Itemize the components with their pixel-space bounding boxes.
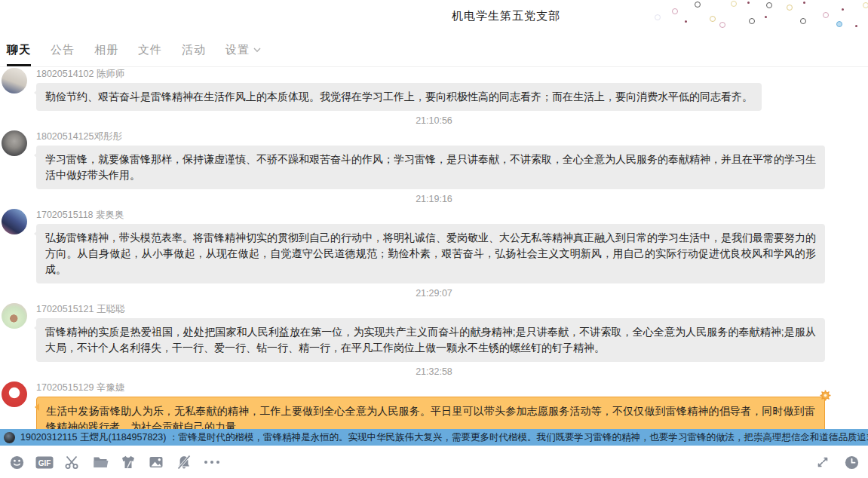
tab-announcement[interactable]: 公告	[51, 34, 75, 66]
tab-album-label: 相册	[94, 43, 118, 57]
sender-name: 17020515118 裴奥奥	[36, 208, 837, 221]
tab-settings[interactable]: 设置	[225, 34, 261, 66]
chat-message: 17020515118 裴奥奥 弘扬雷锋精神，带头模范表率。将雷锋精神切实的贯彻…	[0, 208, 868, 283]
window-header: 机电学生第五党支部	[0, 0, 868, 34]
message-bubble: 雷锋精神的实质是热爱祖国，处处把国家和人民利益放在第一位，为实现共产主义而奋斗的…	[36, 318, 825, 362]
avatar[interactable]	[2, 303, 27, 329]
message-text: 雷锋精神的实质是热爱祖国，处处把国家和人民利益放在第一位，为实现共产主义而奋斗的…	[45, 326, 816, 354]
message-text: 学习雷锋，就要像雷锋那样，保持谦虚谨慎、不骄不躁和艰苦奋斗的作风；学习雷锋，是只…	[45, 153, 816, 181]
gear-badge-icon	[820, 390, 831, 401]
tab-activities-label: 活动	[182, 43, 206, 57]
message-bubble: 弘扬雷锋精神，带头模范表率。将雷锋精神切实的贯彻到自己的行动中，将明礼诚信、爱岗…	[36, 224, 825, 283]
group-title: 机电学生第五党支部	[452, 9, 560, 23]
confetti-decoration	[642, 0, 868, 34]
chat-message: 18020514125邓彤彤 学习雷锋，就要像雷锋那样，保持谦虚谨慎、不骄不躁和…	[0, 130, 868, 189]
chat-message-highlighted: 17020515129 辛豫婕 生活中发扬雷锋助人为乐，无私奉献的精神，工作上要…	[0, 381, 868, 430]
message-history-clock-icon[interactable]	[842, 453, 860, 471]
pinned-message-bar[interactable]: 19020312115 王熠凡(1184957823) ：雷锋是时代的楷模，雷锋…	[0, 429, 868, 446]
avatar[interactable]	[2, 130, 27, 156]
mute-notifications-bell-icon[interactable]	[175, 453, 193, 471]
expand-window-icon[interactable]	[814, 453, 832, 471]
message-text: 弘扬雷锋精神，带头模范表率。将雷锋精神切实的贯彻到自己的行动中，将明礼诚信、爱岗…	[45, 231, 816, 275]
file-folder-icon[interactable]	[91, 453, 109, 471]
sender-name: 17020515129 辛豫婕	[36, 381, 837, 394]
tab-activities[interactable]: 活动	[182, 34, 206, 66]
gif-icon[interactable]: GIF	[35, 453, 54, 471]
tab-chat-label: 聊天	[7, 43, 31, 57]
pinned-message-text: 19020312115 王熠凡(1184957823) ：雷锋是时代的楷模，雷锋…	[20, 431, 868, 444]
image-icon[interactable]	[147, 453, 165, 471]
timestamp: 21:10:56	[0, 115, 868, 127]
message-text: 生活中发扬雷锋助人为乐，无私奉献的精神，工作上要做到全心全意为人民服务。平日里可…	[46, 405, 815, 430]
message-text: 勤俭节约、艰苦奋斗是雷锋精神在生活作风上的本质体现。我觉得在学习工作上，要向积极…	[45, 90, 753, 103]
message-bubble-highlighted: 生活中发扬雷锋助人为乐，无私奉献的精神，工作上要做到全心全意为人民服务。平日里可…	[36, 397, 825, 430]
chat-message: 17020515121 王聪聪 雷锋精神的实质是热爱祖国，处处把国家和人民利益放…	[0, 302, 868, 362]
chevron-down-icon	[253, 47, 261, 53]
sender-name: 17020515121 王聪聪	[36, 302, 837, 315]
gif-label: GIF	[38, 459, 51, 467]
group-chat-window: 机电学生第五党支部 聊天 公告 相册 文件 活动	[0, 0, 868, 478]
emoji-icon[interactable]	[8, 453, 26, 471]
timestamp: 21:32:58	[0, 366, 868, 378]
chat-toolbar: GIF	[0, 446, 868, 478]
toolbar-right	[814, 446, 860, 478]
chat-message: 18020514102 陈师师 勤俭节约、艰苦奋斗是雷锋精神在生活作风上的本质体…	[0, 67, 868, 111]
mini-avatar	[4, 432, 15, 443]
timestamp: 21:19:16	[0, 193, 868, 205]
tab-bar: 聊天 公告 相册 文件 活动 设置	[0, 34, 868, 67]
timestamp: 21:29:07	[0, 287, 868, 299]
avatar[interactable]	[2, 381, 27, 407]
chat-message-list: 18020514102 陈师师 勤俭节约、艰苦奋斗是雷锋精神在生活作风上的本质体…	[0, 67, 868, 430]
anonymous-jacket-icon[interactable]	[119, 453, 137, 471]
tab-settings-label: 设置	[225, 43, 250, 57]
message-bubble: 学习雷锋，就要像雷锋那样，保持谦虚谨慎、不骄不躁和艰苦奋斗的作风；学习雷锋，是只…	[36, 146, 825, 189]
tab-chat[interactable]: 聊天	[7, 34, 31, 66]
tab-album[interactable]: 相册	[94, 34, 118, 66]
tab-announcement-label: 公告	[51, 43, 75, 57]
avatar[interactable]	[2, 68, 27, 93]
sender-name: 18020514125邓彤彤	[36, 130, 837, 142]
more-options-icon[interactable]	[203, 453, 221, 471]
screenshot-scissors-icon[interactable]	[63, 453, 81, 471]
avatar[interactable]	[2, 209, 27, 234]
sender-name: 18020514102 陈师师	[36, 67, 837, 80]
tab-files-label: 文件	[138, 43, 162, 57]
message-bubble: 勤俭节约、艰苦奋斗是雷锋精神在生活作风上的本质体现。我觉得在学习工作上，要向积极…	[36, 83, 762, 111]
tab-files[interactable]: 文件	[138, 34, 162, 66]
